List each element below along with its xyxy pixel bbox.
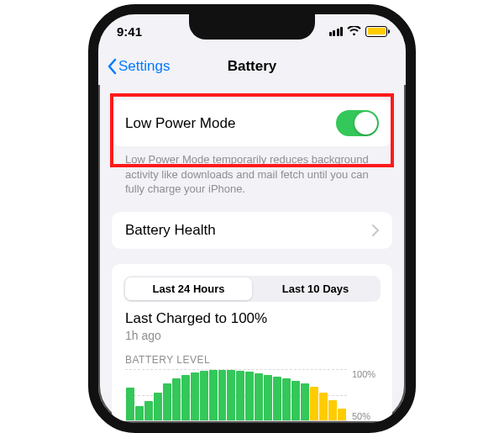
battery-level-bar	[282, 378, 291, 420]
battery-health-label: Battery Health	[125, 222, 216, 239]
battery-level-bar	[181, 375, 190, 420]
low-power-mode-group: Low Power Mode	[112, 100, 392, 146]
battery-level-bar	[163, 383, 171, 420]
battery-level-bar	[200, 371, 208, 420]
battery-level-bar	[338, 409, 346, 420]
status-indicators	[329, 26, 388, 37]
y-tick-100: 100%	[352, 369, 379, 379]
low-power-mode-row[interactable]: Low Power Mode	[112, 100, 392, 146]
device-notch	[189, 13, 315, 40]
status-time: 9:41	[117, 24, 142, 39]
battery-level-bar	[172, 378, 181, 420]
low-power-mode-label: Low Power Mode	[125, 115, 235, 132]
battery-level-bar	[273, 377, 281, 420]
battery-level-heading: BATTERY LEVEL	[125, 354, 379, 366]
battery-level-bar	[126, 388, 134, 420]
battery-level-bar	[255, 373, 263, 420]
battery-level-bar	[209, 370, 218, 420]
battery-level-bar	[227, 370, 235, 420]
battery-level-bar	[154, 393, 162, 420]
content-area: Low Power Mode Low Power Mode temporaril…	[98, 100, 406, 421]
battery-level-chart: 100% 50%	[125, 369, 379, 421]
chart-area: Last Charged to 100% 1h ago BATTERY LEVE…	[112, 310, 392, 421]
back-button[interactable]: Settings	[107, 48, 170, 85]
time-range-segmented-control[interactable]: Last 24 Hours Last 10 Days	[123, 276, 381, 302]
battery-level-bar	[236, 371, 244, 420]
page-title: Battery	[228, 58, 277, 75]
wifi-icon	[347, 26, 361, 36]
toggle-knob	[354, 112, 377, 135]
battery-level-bar	[319, 393, 328, 420]
battery-level-bar	[328, 400, 337, 420]
battery-level-bar	[144, 401, 153, 420]
nav-bar: Settings Battery	[98, 48, 406, 85]
usage-group: Last 24 Hours Last 10 Days Last Charged …	[112, 264, 392, 421]
battery-health-row[interactable]: Battery Health	[112, 212, 392, 249]
back-label: Settings	[118, 58, 170, 75]
low-power-mode-description: Low Power Mode temporarily reduces backg…	[112, 146, 392, 197]
chevron-right-icon	[372, 224, 379, 236]
battery-level-bar	[264, 375, 272, 420]
battery-level-bar	[245, 372, 254, 420]
last-charged-title: Last Charged to 100%	[125, 310, 379, 327]
low-power-mode-toggle[interactable]	[336, 110, 379, 136]
battery-icon	[365, 26, 387, 37]
battery-health-group: Battery Health	[112, 212, 392, 249]
cellular-signal-icon	[329, 27, 344, 36]
battery-level-bar	[301, 383, 309, 420]
last-charged-subtitle: 1h ago	[125, 329, 379, 342]
tab-last-10-days[interactable]: Last 10 Days	[252, 277, 379, 300]
tab-last-24-hours[interactable]: Last 24 Hours	[125, 277, 252, 300]
y-tick-50: 50%	[352, 411, 379, 421]
battery-level-bar	[310, 387, 318, 420]
battery-level-bar	[191, 372, 199, 420]
phone-frame: 9:41 Settings Battery Low Power Mode	[88, 4, 416, 433]
battery-level-bar	[218, 370, 227, 420]
battery-level-bar	[135, 406, 144, 420]
battery-level-bar	[291, 381, 300, 420]
